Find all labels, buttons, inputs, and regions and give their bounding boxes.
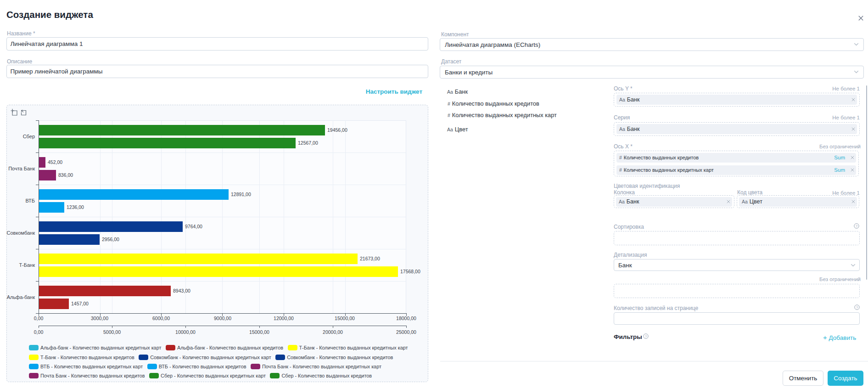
svg-text:?: ? bbox=[856, 224, 857, 228]
svg-text:?: ? bbox=[856, 305, 858, 310]
svg-text:?: ? bbox=[645, 334, 647, 338]
